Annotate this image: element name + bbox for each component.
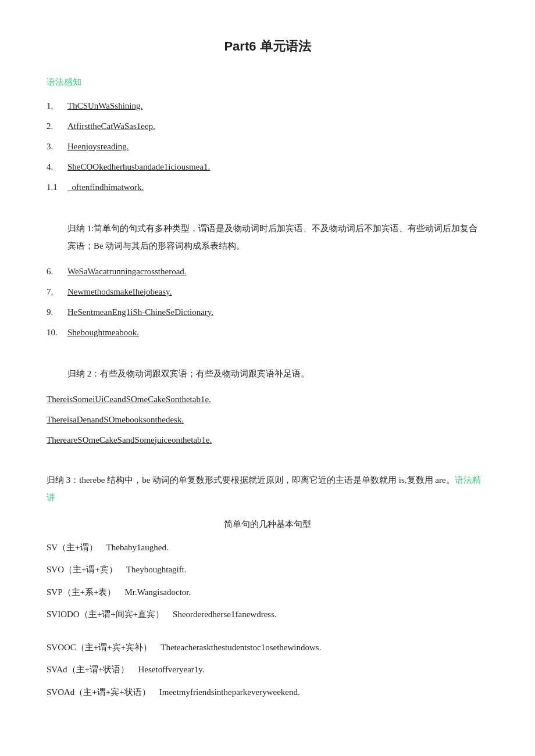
item-text: _oftenfindhimatwork. xyxy=(67,180,144,195)
item-text: WeSaWacatrunningacrosstheroad. xyxy=(67,264,187,280)
sv-text: Thebaby1aughed. xyxy=(106,543,169,552)
section2-heading: 简单句的几种基本句型 xyxy=(47,517,488,532)
example-line-1: ThereisSomeiUiCeandSOmeCakeSonthetab1e. xyxy=(47,392,488,407)
item-text: AtfirsttheCatWaSas1eep. xyxy=(67,119,155,134)
summary3-text: 归纳 3：therebe 结构中，be 动词的单复数形式要根据就近原则，即离它近… xyxy=(47,475,455,485)
item-number: 3. xyxy=(47,139,67,155)
sv-label: SVP（主+系+表） xyxy=(47,587,116,597)
sv-text: Theteacheraskthestudentstoc1osethewindow… xyxy=(160,643,321,652)
item-text: Sheboughtmeabook. xyxy=(67,325,139,341)
list-item: 1. ThCSUnWaSshining. xyxy=(47,98,488,114)
summary-line-1: 归纳 1:简单句的句式有多种类型，谓语是及物动词时后加宾语、不及物动词后不加宾语… xyxy=(67,220,488,237)
item-number: 2. xyxy=(47,119,67,134)
sv-label: SVO（主+谓+宾） xyxy=(47,565,117,574)
item-number: 1.1 xyxy=(47,180,67,195)
summary-block-3: 归纳 3：therebe 结构中，be 动词的单复数形式要根据就近原则，即离它近… xyxy=(47,471,488,506)
item-text: Heenjoysreading. xyxy=(67,139,129,155)
summary-block-1: 归纳 1:简单句的句式有多种类型，谓语是及物动词时后加宾语、不及物动词后不加宾语… xyxy=(67,220,488,255)
sv-item-7: SVOAd（主+谓+宾+状语） Imeetmyfriendsintheparke… xyxy=(47,684,488,701)
item-text: ThCSUnWaSshining. xyxy=(67,98,142,114)
item-number: 7. xyxy=(47,284,67,300)
sv-item-6: SVAd（主+谓+状语） Hesetoffveryear1y. xyxy=(47,661,488,678)
sv-item-5: SVOOC（主+谓+宾+宾补） Theteacheraskthestudents… xyxy=(47,639,488,656)
item-number: 1. xyxy=(47,98,67,114)
example-line-3: ThereareSOmeCakeSandSomejuiceonthetab1e. xyxy=(47,432,488,448)
list-item: 10. Sheboughtmeabook. xyxy=(47,325,488,341)
item-text: SheCOOkedherhusbandade1iciousmea1. xyxy=(67,159,210,175)
sv-item-1: SV（主+谓） Thebaby1aughed. xyxy=(47,539,488,556)
list-item: 1.1 _oftenfindhimatwork. xyxy=(47,180,488,195)
item-number: 6. xyxy=(47,264,67,280)
sv-text: Theyboughtagift. xyxy=(126,565,187,574)
example-line-2: ThereisaDenandSOmebooksonthedesk. xyxy=(47,412,488,428)
sv-label: SVOAd（主+谓+宾+状语） xyxy=(47,687,151,697)
item-number: 10. xyxy=(47,325,67,341)
list-item: 9. HeSentmeanEng1iSh-ChineSeDictionary. xyxy=(47,304,488,320)
list-item: 7. NewmethodsmakeIhejobeasy. xyxy=(47,284,488,300)
sv-item-3: SVP（主+系+表） Mr.Wangisadoctor. xyxy=(47,584,488,601)
list-item: 4. SheCOOkedherhusbandade1iciousmea1. xyxy=(47,159,488,175)
list-item: 3. Heenjoysreading. xyxy=(47,139,488,155)
page-title: Part6 单元语法 xyxy=(47,35,488,58)
item-number: 4. xyxy=(47,159,67,175)
sv-item-2: SVO（主+谓+宾） Theyboughtagift. xyxy=(47,561,488,578)
sv-label: SVIODO（主+谓+间宾+直宾） xyxy=(47,610,164,619)
summary2-line: 归纳 2：有些及物动词跟双宾语；有些及物动词跟宾语补足语。 xyxy=(67,365,488,382)
item-text: NewmethodsmakeIhejobeasy. xyxy=(67,284,172,300)
list-item: 6. WeSaWacatrunningacrosstheroad. xyxy=(47,264,488,280)
sv-text: Sheorderedherse1fanewdress. xyxy=(173,610,277,619)
summary-block-2: 归纳 2：有些及物动词跟双宾语；有些及物动词跟宾语补足语。 xyxy=(67,365,488,382)
sv-text: Mr.Wangisadoctor. xyxy=(124,587,191,597)
summary-line-2: 宾语；Be 动词与其后的形容词构成系表结构。 xyxy=(67,237,488,255)
list-item: 2. AtfirsttheCatWaSas1eep. xyxy=(47,119,488,134)
sv-label: SV（主+谓） xyxy=(47,543,98,552)
item-text: HeSentmeanEng1iSh-ChineSeDictionary. xyxy=(67,304,213,320)
sv-text: Hesetoffveryear1y. xyxy=(138,665,205,674)
sv-label: SVOOC（主+谓+宾+宾补） xyxy=(47,643,152,652)
sv-label: SVAd（主+谓+状语） xyxy=(47,665,130,674)
sv-item-4: SVIODO（主+谓+间宾+直宾） Sheorderedherse1fanewd… xyxy=(47,606,488,623)
item-number: 9. xyxy=(47,304,67,320)
sv-text: Imeetmyfriendsintheparkeveryweekend. xyxy=(159,687,300,697)
section1-heading: 语法感知 xyxy=(47,74,488,90)
